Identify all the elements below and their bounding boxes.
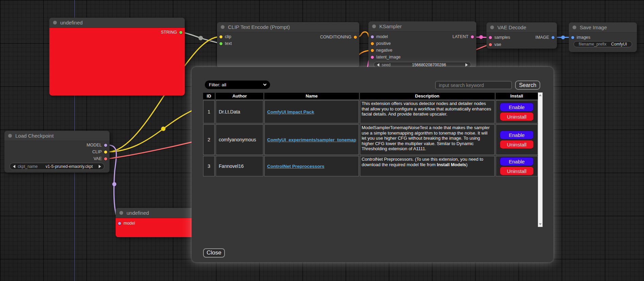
- node-titlebar[interactable]: CLIP Text Encode (Prompt): [217, 22, 359, 32]
- node-save-image[interactable]: Save Image images filename_prefix ComfyU…: [569, 22, 637, 52]
- node-title: KSampler: [379, 23, 402, 29]
- string-output-dot[interactable]: [179, 31, 182, 34]
- table-scrollbar[interactable]: [538, 92, 543, 227]
- slot-label: MODEL: [87, 143, 102, 147]
- node-title: Save Image: [580, 24, 607, 30]
- vae-input-dot[interactable]: [489, 43, 492, 46]
- extensions-table: ID Author Name Description Install 1 Dr.…: [202, 92, 539, 177]
- node-titlebar[interactable]: KSampler: [368, 21, 476, 32]
- output-slot-vae: VAE: [94, 156, 107, 161]
- negative-input-dot[interactable]: [371, 49, 374, 52]
- cell-id: 1: [203, 100, 215, 123]
- filter-selected-value: Filter: all: [209, 82, 226, 87]
- col-header-author: Author: [216, 93, 263, 99]
- reroute-dot-clip[interactable]: [161, 127, 166, 131]
- widget-value: v1-5-pruned-emaonly.ckpt: [46, 164, 93, 169]
- collapse-dot-icon[interactable]: [573, 25, 576, 29]
- cell-install: Enable Uninstall: [496, 100, 538, 123]
- filename-prefix-widget[interactable]: filename_prefix ComfyUI: [574, 41, 632, 47]
- samples-input-dot[interactable]: [489, 36, 492, 39]
- enable-button[interactable]: Enable: [500, 103, 534, 111]
- slot-label: text: [225, 41, 232, 46]
- uninstall-button[interactable]: Uninstall: [500, 140, 534, 149]
- slot-label: CONDITIONING: [320, 35, 351, 39]
- cell-id: 3: [203, 156, 215, 176]
- uninstall-button[interactable]: Uninstall: [500, 112, 534, 121]
- node-body: images filename_prefix ComfyUI: [569, 33, 637, 52]
- scroll-up-arrow-icon[interactable]: [539, 94, 542, 96]
- conditioning-output-dot[interactable]: [354, 36, 357, 39]
- collapse-dot-icon[interactable]: [221, 25, 225, 29]
- enable-button[interactable]: Enable: [500, 157, 534, 166]
- node-titlebar[interactable]: VAE Decode: [486, 22, 557, 33]
- input-slot-model: model: [371, 34, 388, 39]
- extension-link[interactable]: ComfyUI_experiments/sampler_tonemap: [267, 137, 356, 142]
- node-body: clip text CONDITIONING: [217, 32, 359, 68]
- table-row: 3 Fannovel16 ControlNet Preprocessors Co…: [203, 156, 538, 176]
- decrement-arrow-icon[interactable]: [377, 63, 379, 67]
- latent-image-input-dot[interactable]: [371, 56, 374, 59]
- scroll-down-arrow-icon[interactable]: [539, 223, 542, 225]
- clip-output-dot[interactable]: [104, 151, 107, 154]
- node-vae-decode[interactable]: VAE Decode samples vae IMAGE: [486, 22, 557, 49]
- model-output-dot[interactable]: [104, 144, 107, 147]
- collapse-dot-icon[interactable]: [372, 24, 376, 28]
- reroute-dot-model[interactable]: [112, 182, 116, 186]
- output-slot-clip: CLIP: [92, 150, 107, 154]
- slot-label: STRING: [161, 30, 177, 35]
- positive-input-dot[interactable]: [371, 42, 374, 45]
- extension-link[interactable]: ComfyUI Impact Pack: [267, 109, 314, 115]
- slot-label: images: [577, 35, 590, 40]
- node-title: VAE Decode: [497, 24, 526, 30]
- extension-link[interactable]: ControlNet Preprocessors: [267, 164, 324, 169]
- close-button[interactable]: Close: [203, 248, 225, 258]
- model-input-dot[interactable]: [118, 222, 121, 225]
- node-undefined-string[interactable]: undefined STRING: [49, 18, 185, 95]
- uninstall-button[interactable]: Uninstall: [500, 166, 534, 175]
- cell-author: comfyanonymous: [216, 124, 263, 155]
- cell-description: ControlNet Preprocessors. (To use this e…: [360, 156, 495, 176]
- collapse-dot-icon[interactable]: [8, 134, 12, 138]
- collapse-dot-icon[interactable]: [490, 25, 494, 29]
- cell-author: Fannovel16: [216, 156, 263, 176]
- prev-arrow-icon[interactable]: [13, 165, 15, 168]
- collapse-dot-icon[interactable]: [53, 21, 57, 24]
- search-button[interactable]: Search: [515, 81, 540, 90]
- node-body: model positive negative latent_image LAT…: [368, 32, 476, 68]
- vae-output-dot[interactable]: [104, 157, 107, 160]
- collapse-dot-icon[interactable]: [119, 211, 123, 215]
- node-load-checkpoint[interactable]: Load Checkpoint MODEL CLIP VAE ckpt_name…: [4, 131, 110, 173]
- input-slot-latent-image: latent_image: [371, 55, 401, 59]
- node-ksampler[interactable]: KSampler model positive negative latent_…: [368, 21, 476, 68]
- node-clip-text-encode[interactable]: CLIP Text Encode (Prompt) clip text COND…: [217, 22, 359, 68]
- clip-input-dot[interactable]: [219, 35, 222, 38]
- enable-button[interactable]: Enable: [500, 130, 534, 139]
- model-input-dot[interactable]: [371, 35, 374, 38]
- reroute-dot-image[interactable]: [561, 36, 565, 39]
- reroute-dot-latent[interactable]: [479, 35, 483, 39]
- input-slot-vae: vae: [489, 42, 501, 47]
- node-titlebar[interactable]: Save Image: [569, 22, 637, 33]
- image-output-dot[interactable]: [551, 36, 555, 39]
- node-titlebar[interactable]: Load Checkpoint: [4, 131, 110, 141]
- next-arrow-icon[interactable]: [99, 165, 101, 168]
- slot-label: model: [123, 221, 135, 226]
- output-slot-model: MODEL: [87, 143, 107, 147]
- increment-arrow-icon[interactable]: [465, 63, 468, 67]
- slot-label: IMAGE: [535, 35, 549, 40]
- reroute-dot-string[interactable]: [199, 36, 203, 40]
- images-input-dot[interactable]: [571, 36, 574, 39]
- ckpt-name-widget[interactable]: ckpt_name v1-5-pruned-emaonly.ckpt: [10, 163, 104, 170]
- text-input-dot[interactable]: [219, 42, 222, 45]
- slot-label: model: [376, 34, 388, 39]
- filter-select[interactable]: Filter: all: [205, 81, 270, 89]
- slot-label: LATENT: [452, 34, 468, 39]
- node-titlebar[interactable]: undefined: [49, 18, 185, 28]
- cell-description: ModelSamplerTonemapNoiseTest a node that…: [360, 124, 495, 155]
- node-body: MODEL CLIP VAE ckpt_name v1-5-pruned-ema…: [4, 141, 110, 173]
- search-input[interactable]: [435, 81, 512, 89]
- latent-output-dot[interactable]: [471, 35, 474, 38]
- input-slot-negative: negative: [371, 48, 392, 53]
- widget-name: filename_prefix: [579, 42, 606, 47]
- node-title: CLIP Text Encode (Prompt): [228, 24, 290, 30]
